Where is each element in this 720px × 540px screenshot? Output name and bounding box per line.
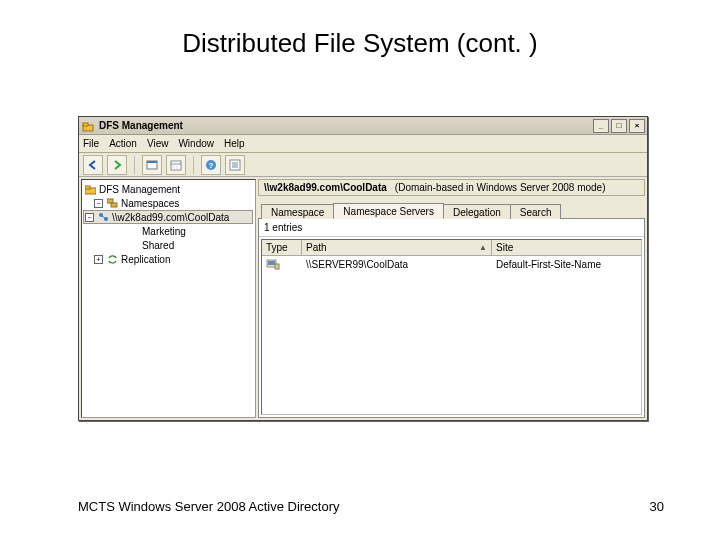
tab-content: 1 entries Type Path▲ Site \\SERVER99\Coo… xyxy=(258,218,645,418)
help-icon: ? xyxy=(205,159,217,171)
tree-child-shared[interactable]: Shared xyxy=(84,238,253,252)
dfs-root-icon xyxy=(84,183,96,195)
menu-view[interactable]: View xyxy=(147,138,169,149)
menu-file[interactable]: File xyxy=(83,138,99,149)
help-button[interactable]: ? xyxy=(201,155,221,175)
properties-button[interactable] xyxy=(166,155,186,175)
replication-icon xyxy=(106,253,118,265)
cell-type xyxy=(262,258,302,270)
collapse-icon[interactable]: − xyxy=(94,199,103,208)
namespace-mode: (Domain-based in Windows Server 2008 mod… xyxy=(395,182,606,193)
server-icon xyxy=(266,258,280,270)
tab-delegation[interactable]: Delegation xyxy=(443,204,511,219)
minimize-button[interactable]: _ xyxy=(593,119,609,133)
tree-label: Marketing xyxy=(142,226,186,237)
toolbar-separator xyxy=(193,156,194,174)
main-layout: DFS Management − Namespaces − \\w2k8ad99… xyxy=(79,177,647,420)
list-header: Type Path▲ Site xyxy=(262,240,641,256)
arrow-right-icon xyxy=(111,159,123,171)
tab-strip: Namespace Namespace Servers Delegation S… xyxy=(258,200,645,218)
tree-label: Replication xyxy=(121,254,170,265)
slide-title: Distributed File System (cont. ) xyxy=(0,0,720,59)
refresh-button[interactable] xyxy=(225,155,245,175)
cell-site: Default-First-Site-Name xyxy=(492,259,641,270)
svg-rect-23 xyxy=(275,264,279,269)
column-path[interactable]: Path▲ xyxy=(302,240,492,256)
tree-root[interactable]: DFS Management xyxy=(84,182,253,196)
menu-window[interactable]: Window xyxy=(178,138,214,149)
window-titlebar[interactable]: DFS Management _ □ × xyxy=(79,117,647,135)
close-button[interactable]: × xyxy=(629,119,645,133)
svg-rect-15 xyxy=(85,186,90,189)
menu-action[interactable]: Action xyxy=(109,138,137,149)
svg-line-20 xyxy=(102,216,105,218)
maximize-button[interactable]: □ xyxy=(611,119,627,133)
dfs-app-icon xyxy=(81,119,95,133)
namespace-path: \\w2k8ad99.com\CoolData xyxy=(264,182,387,193)
toolbar-separator xyxy=(134,156,135,174)
list-icon xyxy=(229,159,241,171)
tree-label: DFS Management xyxy=(99,184,180,195)
window-controls: _ □ × xyxy=(593,119,645,133)
toolbar: ? xyxy=(79,153,647,177)
tree-replication[interactable]: + Replication xyxy=(84,252,253,266)
tab-search[interactable]: Search xyxy=(510,204,562,219)
tree-child-marketing[interactable]: Marketing xyxy=(84,224,253,238)
tree-label: \\w2k8ad99.com\CoolData xyxy=(112,212,229,223)
expand-icon[interactable]: + xyxy=(94,255,103,264)
window-icon xyxy=(146,159,158,171)
column-type[interactable]: Type xyxy=(262,240,302,256)
calendar-icon xyxy=(170,159,182,171)
slide-number: 30 xyxy=(650,499,664,514)
detail-pane: \\w2k8ad99.com\CoolData (Domain-based in… xyxy=(258,179,645,418)
svg-rect-16 xyxy=(107,199,113,203)
svg-rect-22 xyxy=(268,261,275,265)
tree-namespace-selected[interactable]: − \\w2k8ad99.com\CoolData xyxy=(83,210,253,224)
collapse-icon[interactable]: − xyxy=(85,213,94,222)
menu-help[interactable]: Help xyxy=(224,138,245,149)
column-site[interactable]: Site xyxy=(492,240,641,256)
cell-path: \\SERVER99\CoolData xyxy=(302,259,492,270)
new-window-button[interactable] xyxy=(142,155,162,175)
dfs-management-window: DFS Management _ □ × File Action View Wi… xyxy=(78,116,648,421)
back-button[interactable] xyxy=(83,155,103,175)
menu-bar: File Action View Window Help xyxy=(79,135,647,153)
svg-rect-17 xyxy=(111,203,117,207)
path-bar: \\w2k8ad99.com\CoolData (Domain-based in… xyxy=(258,179,645,196)
svg-rect-3 xyxy=(147,161,157,163)
tab-namespace[interactable]: Namespace xyxy=(261,204,334,219)
window-title: DFS Management xyxy=(99,120,593,131)
arrow-left-icon xyxy=(87,159,99,171)
svg-text:?: ? xyxy=(209,161,214,170)
forward-button[interactable] xyxy=(107,155,127,175)
list-row[interactable]: \\SERVER99\CoolData Default-First-Site-N… xyxy=(262,256,641,272)
tab-namespace-servers[interactable]: Namespace Servers xyxy=(333,203,444,219)
svg-rect-4 xyxy=(171,161,181,170)
share-icon xyxy=(97,211,109,223)
navigation-tree[interactable]: DFS Management − Namespaces − \\w2k8ad99… xyxy=(81,179,256,418)
footer-text: MCTS Windows Server 2008 Active Director… xyxy=(78,499,340,514)
tree-namespaces[interactable]: − Namespaces xyxy=(84,196,253,210)
tree-label: Namespaces xyxy=(121,198,179,209)
namespaces-icon xyxy=(106,197,118,209)
tree-label: Shared xyxy=(142,240,174,251)
sort-asc-icon: ▲ xyxy=(479,243,487,252)
server-list[interactable]: Type Path▲ Site \\SERVER99\CoolData Defa… xyxy=(261,239,642,415)
svg-rect-1 xyxy=(83,123,88,126)
entries-count: 1 entries xyxy=(259,219,644,237)
